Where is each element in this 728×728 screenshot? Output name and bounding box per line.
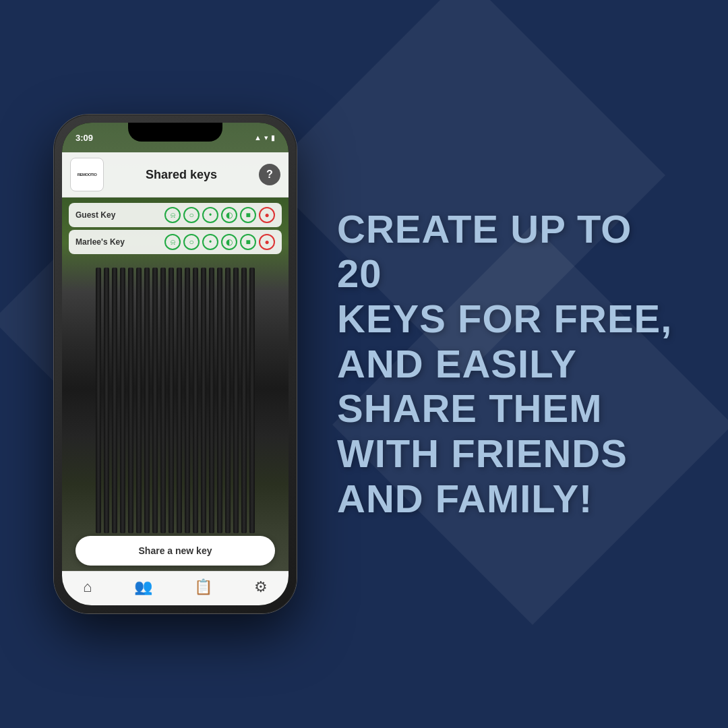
promo-line-5: WITH FRIENDS	[337, 431, 674, 477]
wifi-icon: ▾	[264, 133, 268, 142]
promo-line-2: KEYS FOR FREE,	[337, 297, 674, 342]
key-icons-guest: ⍾ ○ • ◐ ■ ●	[164, 207, 275, 223]
gate-bar	[120, 268, 125, 533]
gate-bar	[209, 268, 214, 533]
gate-bar	[160, 268, 166, 533]
gate-bar	[249, 268, 255, 533]
question-icon: ?	[266, 169, 273, 181]
gate-bar	[217, 268, 222, 533]
phone-screen: 3:09 ▲ ▾ ▮ REMOOTIO Shared keys ?	[62, 123, 289, 605]
key-name-guest: Guest Key	[75, 210, 115, 220]
gate-bar	[233, 268, 239, 533]
phone-mockup: 3:09 ▲ ▾ ▮ REMOOTIO Shared keys ?	[54, 115, 297, 613]
users-icon: 👥	[134, 578, 152, 596]
promo-line-6: AND FAMILY!	[337, 477, 674, 522]
main-container: 3:09 ▲ ▾ ▮ REMOOTIO Shared keys ?	[0, 0, 728, 728]
bell-icon: ●	[259, 234, 275, 250]
bluetooth-icon: ⍾	[164, 234, 181, 250]
gate-bars	[62, 268, 289, 533]
gate-bar	[152, 268, 158, 533]
nav-settings[interactable]: ⚙	[254, 578, 268, 596]
bottom-nav: ⌂ 👥 📋 ⚙	[62, 571, 289, 605]
gate-bar	[241, 268, 247, 533]
nav-home[interactable]: ⌂	[83, 578, 92, 596]
key-item-guest[interactable]: Guest Key ⍾ ○ • ◐ ■ ●	[69, 203, 282, 227]
wifi-icon: ○	[183, 207, 200, 223]
signal-icon: •	[202, 234, 218, 250]
key-name-marlee: Marlee's Key	[75, 237, 125, 247]
gate-bar	[177, 268, 182, 533]
gate-bar	[136, 268, 142, 533]
nav-list[interactable]: 📋	[194, 578, 212, 596]
logo-text: REMOOTIO	[78, 173, 97, 177]
help-button[interactable]: ?	[259, 164, 280, 185]
phone-bottom: Share a new key ⌂ 👥 📋 ⚙	[62, 536, 289, 605]
gate-bar	[144, 268, 150, 533]
app-logo: REMOOTIO	[70, 158, 104, 191]
clock-icon: ◐	[221, 234, 237, 250]
keys-list: Guest Key ⍾ ○ • ◐ ■ ● Marlee's Key	[62, 198, 289, 260]
home-icon: ⌂	[83, 578, 92, 596]
nav-users[interactable]: 👥	[134, 578, 152, 596]
key-item-marlee[interactable]: Marlee's Key ⍾ ○ • ◐ ■ ●	[69, 230, 282, 254]
list-icon: 📋	[194, 578, 212, 596]
key-icons-marlee: ⍾ ○ • ◐ ■ ●	[164, 234, 275, 250]
screen-title: Shared keys	[146, 168, 217, 182]
gate-bar	[104, 268, 109, 533]
promo-line-1: CREATE UP TO 20	[337, 207, 674, 297]
promo-text: CREATE UP TO 20 KEYS FOR FREE, AND EASIL…	[337, 207, 674, 522]
gate-bar	[201, 268, 206, 533]
status-icons: ▲ ▾ ▮	[254, 133, 275, 142]
card-icon: ■	[240, 207, 256, 223]
gate-bar	[96, 268, 101, 533]
gate-bar	[193, 268, 198, 533]
card-icon: ■	[240, 234, 256, 250]
clock-icon: ◐	[221, 207, 237, 223]
share-new-key-button[interactable]: Share a new key	[75, 536, 275, 566]
gate-bar	[225, 268, 231, 533]
promo-line-3: AND EASILY	[337, 342, 674, 387]
settings-icon: ⚙	[254, 578, 268, 596]
location-icon: ▲	[254, 133, 262, 142]
gate-bar	[128, 268, 133, 533]
wifi-icon: ○	[183, 234, 200, 250]
phone-notch	[128, 123, 222, 142]
phone-outer: 3:09 ▲ ▾ ▮ REMOOTIO Shared keys ?	[54, 115, 297, 613]
bell-icon: ●	[259, 207, 275, 223]
gate-bar	[169, 268, 174, 533]
signal-icon: •	[202, 207, 218, 223]
gate-bar	[112, 268, 117, 533]
bluetooth-icon: ⍾	[164, 207, 181, 223]
gate-bar	[185, 268, 190, 533]
status-time: 3:09	[75, 133, 93, 143]
promo-line-4: SHARE THEM	[337, 386, 674, 431]
promo-text-panel: CREATE UP TO 20 KEYS FOR FREE, AND EASIL…	[297, 207, 688, 522]
battery-icon: ▮	[271, 133, 275, 142]
app-header: REMOOTIO Shared keys ?	[62, 152, 289, 198]
